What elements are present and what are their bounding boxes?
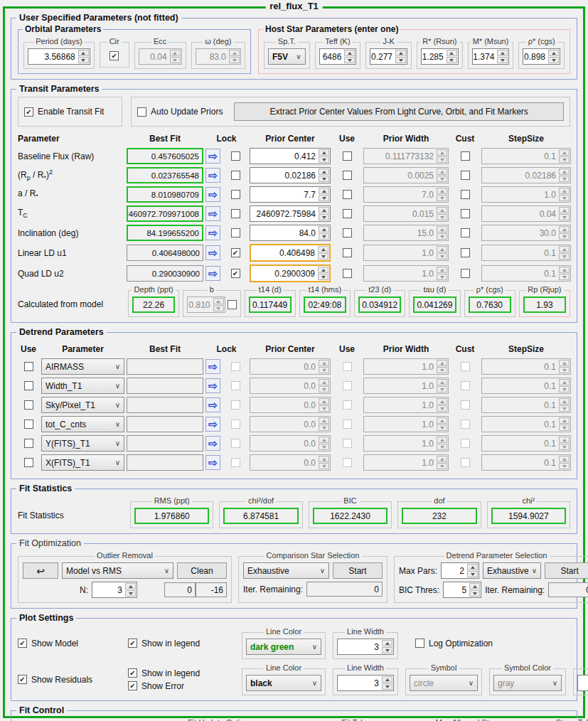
comparison-start-button[interactable]: Start xyxy=(333,562,383,579)
spinner-arrows[interactable] xyxy=(558,206,570,221)
spinner-up-icon[interactable] xyxy=(469,583,480,589)
spinner-arrows[interactable] xyxy=(558,225,570,240)
prior-center-spinner[interactable]: 0.406498 xyxy=(250,244,331,262)
spinner-up-icon[interactable] xyxy=(318,246,328,252)
spinner-down-icon[interactable] xyxy=(437,424,447,431)
spinner-arrows[interactable] xyxy=(436,187,448,202)
max-pars-spinner[interactable]: 2 xyxy=(441,562,479,579)
use-detrend-checkbox[interactable] xyxy=(24,458,33,467)
detrend-parameter-select[interactable]: Y(FITS)_T1∨ xyxy=(41,435,124,452)
spinner-arrows[interactable] xyxy=(558,455,570,470)
spinner-down-icon[interactable] xyxy=(437,367,447,373)
spinner-up-icon[interactable] xyxy=(319,207,329,213)
spinner-down-icon[interactable] xyxy=(319,233,329,240)
spinner-arrows[interactable] xyxy=(436,378,448,393)
spinner-down-icon[interactable] xyxy=(170,57,181,63)
spinner-down-icon[interactable] xyxy=(559,424,570,431)
period-spinner[interactable]: 3.56868 xyxy=(28,48,90,65)
copy-best-fit-to-prior-button[interactable]: ⇨ xyxy=(205,187,220,202)
spinner-up-icon[interactable] xyxy=(437,417,447,424)
spinner-up-icon[interactable] xyxy=(559,398,570,405)
spinner-up-icon[interactable] xyxy=(395,50,406,56)
spinner-down-icon[interactable] xyxy=(344,57,355,63)
bic-thres-value[interactable]: 5 xyxy=(444,582,469,597)
spinner-arrows[interactable] xyxy=(169,49,181,64)
spinner-arrows[interactable] xyxy=(436,455,448,470)
custom-step-checkbox[interactable] xyxy=(461,151,470,161)
spinner-arrows[interactable] xyxy=(446,49,458,64)
teff-spinner[interactable]: 6486 xyxy=(319,48,357,65)
prior-center-value[interactable]: 0.02186 xyxy=(250,168,318,183)
spinner-down-icon[interactable] xyxy=(559,367,570,373)
spinner-down-icon[interactable] xyxy=(437,463,447,469)
use-prior-checkbox[interactable] xyxy=(343,151,352,161)
spinner-up-icon[interactable] xyxy=(437,398,447,405)
spinner-up-icon[interactable] xyxy=(467,564,478,570)
spinner-arrows[interactable] xyxy=(496,49,508,64)
spinner-arrows[interactable] xyxy=(318,378,330,393)
spinner-arrows[interactable] xyxy=(124,582,137,597)
spinner-down-icon[interactable] xyxy=(319,195,329,201)
lock-checkbox[interactable] xyxy=(231,269,240,278)
copy-best-fit-to-prior-button[interactable]: ⇨ xyxy=(205,266,220,281)
spinner-up-icon[interactable] xyxy=(319,169,329,175)
spinner-up-icon[interactable] xyxy=(437,149,447,156)
spinner-down-icon[interactable] xyxy=(213,305,224,311)
comparison-method-select[interactable]: Exhaustive∨ xyxy=(243,562,329,579)
spinner-down-icon[interactable] xyxy=(559,386,570,392)
spinner-down-icon[interactable] xyxy=(559,463,570,469)
jk-spinner[interactable]: 0.277 xyxy=(370,48,407,65)
prior-center-value[interactable]: 0.412 xyxy=(250,149,318,164)
spinner-arrows[interactable] xyxy=(318,417,330,432)
copy-best-fit-to-prior-button[interactable]: ⇨ xyxy=(205,397,220,412)
spinner-down-icon[interactable] xyxy=(382,683,392,690)
spinner-up-icon[interactable] xyxy=(125,583,136,589)
use-detrend-checkbox[interactable] xyxy=(24,400,33,410)
spinner-down-icon[interactable] xyxy=(319,156,329,163)
copy-best-fit-to-prior-button[interactable]: ⇨ xyxy=(205,206,220,221)
spinner-arrows[interactable] xyxy=(318,359,330,374)
spinner-up-icon[interactable] xyxy=(559,226,570,233)
spinner-arrows[interactable] xyxy=(395,49,407,64)
spinner-up-icon[interactable] xyxy=(319,226,329,233)
spinner-down-icon[interactable] xyxy=(559,233,570,240)
spinner-up-icon[interactable] xyxy=(559,149,570,156)
spinner-up-icon[interactable] xyxy=(382,640,392,646)
spinner-arrows[interactable] xyxy=(318,187,330,202)
spinner-arrows[interactable] xyxy=(343,49,356,64)
detrend-parameter-select[interactable]: tot_C_cnts∨ xyxy=(41,416,124,432)
spinner-up-icon[interactable] xyxy=(318,267,328,273)
prior-center-spinner[interactable]: 0.2900309 xyxy=(250,265,331,282)
prior-center-spinner[interactable]: 0.02186 xyxy=(250,167,331,183)
log-optimization-checkbox[interactable] xyxy=(415,639,424,648)
spinner-up-icon[interactable] xyxy=(78,50,89,56)
spinner-up-icon[interactable] xyxy=(319,437,329,443)
spinner-up-icon[interactable] xyxy=(559,456,570,462)
detrend-parameter-select[interactable]: Width_T1∨ xyxy=(41,378,124,394)
spinner-arrows[interactable] xyxy=(558,359,570,374)
spinner-down-icon[interactable] xyxy=(559,156,570,163)
spinner-down-icon[interactable] xyxy=(319,367,329,373)
spinner-arrows[interactable] xyxy=(558,417,570,432)
model-line-color-select[interactable]: dark green∨ xyxy=(246,639,321,655)
spinner-arrows[interactable] xyxy=(436,266,448,281)
use-detrend-checkbox[interactable] xyxy=(24,420,33,429)
cir-checkbox[interactable] xyxy=(109,51,119,60)
spinner-down-icon[interactable] xyxy=(559,444,570,450)
max-pars-value[interactable]: 2 xyxy=(442,563,466,578)
detrend-parameter-select[interactable]: X(FITS)_T1∨ xyxy=(41,454,124,471)
prior-center-spinner[interactable]: 84.0 xyxy=(250,225,331,241)
spinner-down-icon[interactable] xyxy=(319,176,329,182)
model-line-width-spinner[interactable]: 3 xyxy=(337,639,394,655)
spinner-up-icon[interactable] xyxy=(497,50,508,56)
custom-step-checkbox[interactable] xyxy=(461,209,470,218)
spinner-up-icon[interactable] xyxy=(319,417,329,424)
spinner-up-icon[interactable] xyxy=(437,379,447,385)
spinner-down-icon[interactable] xyxy=(125,590,136,597)
use-prior-checkbox[interactable] xyxy=(343,269,352,278)
spinner-arrows[interactable] xyxy=(436,225,448,240)
spinner-arrows[interactable] xyxy=(318,168,330,183)
copy-best-fit-to-prior-button[interactable]: ⇨ xyxy=(205,245,220,260)
shift-value[interactable]: -0.03 xyxy=(578,675,588,690)
spinner-arrows[interactable] xyxy=(77,49,90,64)
